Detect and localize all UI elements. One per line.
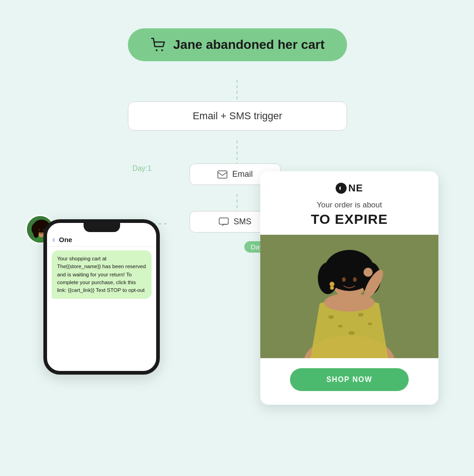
- svg-point-25: [338, 325, 342, 328]
- email-subtitle: Your order is about: [269, 201, 429, 210]
- svg-point-37: [353, 254, 368, 266]
- email-image: [260, 235, 438, 358]
- sms-trigger-label: Email + SMS trigger: [193, 110, 282, 122]
- phone-notch: [84, 223, 120, 232]
- cart-icon: [150, 37, 167, 53]
- day1-label: Day:1: [132, 164, 152, 173]
- phone-mockup: ‹ One Your shopping cart at The{{store_n…: [43, 219, 160, 375]
- email-icon: [217, 170, 227, 179]
- trigger-label: Jane abandoned her cart: [173, 37, 324, 52]
- svg-rect-7: [218, 171, 227, 178]
- brand-logo-text: NE: [348, 182, 363, 194]
- email-title: TO EXPIRE: [269, 212, 429, 227]
- svg-point-17: [33, 229, 39, 238]
- phone-contact: One: [59, 236, 72, 243]
- svg-point-39: [363, 268, 373, 277]
- shop-now-button[interactable]: SHOP NOW: [290, 368, 409, 391]
- canvas: Jane abandoned her cart Email + SMS trig…: [0, 0, 474, 476]
- back-arrow-icon[interactable]: ‹: [53, 235, 55, 244]
- svg-point-19: [38, 229, 40, 231]
- sms-icon: [219, 217, 229, 227]
- sms-node-label: SMS: [233, 217, 251, 227]
- sms-trigger-node[interactable]: Email + SMS trigger: [128, 101, 347, 131]
- email-preview-header: NE Your order is about TO EXPIRE: [260, 171, 438, 235]
- email-preview-card: NE Your order is about TO EXPIRE: [260, 171, 438, 405]
- brand-logo-icon: [336, 183, 347, 194]
- svg-point-5: [156, 49, 158, 51]
- phone-header: ‹ One: [47, 232, 156, 247]
- sms-message-text: Your shopping cart at The{{store_name}} …: [57, 256, 146, 293]
- brand-logo: NE: [269, 182, 429, 194]
- svg-point-28: [348, 331, 355, 335]
- brand-c-icon: [337, 185, 345, 192]
- svg-point-24: [328, 315, 334, 319]
- svg-point-27: [368, 323, 372, 325]
- email-illustration: [260, 235, 438, 358]
- trigger-node[interactable]: Jane abandoned her cart: [128, 28, 347, 61]
- svg-point-26: [358, 313, 363, 317]
- svg-point-41: [353, 277, 357, 282]
- svg-point-6: [161, 49, 163, 51]
- svg-point-43: [330, 286, 334, 290]
- sms-message-bubble: Your shopping cart at The{{store_name}} …: [52, 250, 152, 299]
- email-node-label: Email: [232, 169, 253, 179]
- svg-rect-21: [341, 186, 343, 190]
- svg-rect-8: [219, 218, 228, 224]
- svg-point-40: [342, 277, 346, 282]
